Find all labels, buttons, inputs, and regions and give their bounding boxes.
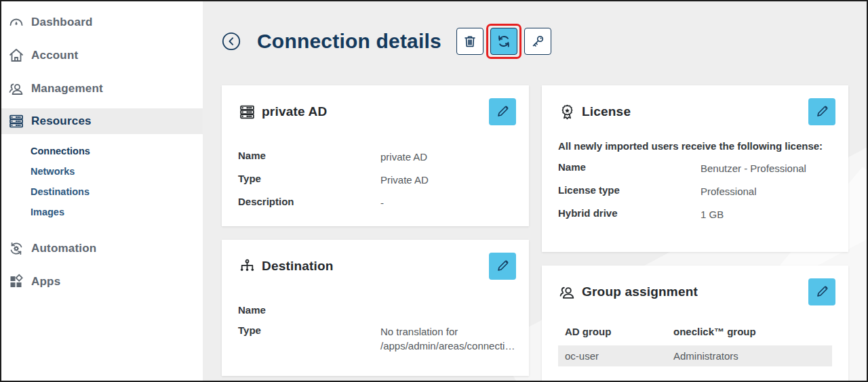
field-row: Type No translation for /apps/admin/area…	[238, 324, 513, 353]
server-icon	[8, 113, 24, 129]
field-value: Benutzer - Professional	[701, 161, 806, 175]
table-row: oc-user Administrators	[558, 345, 832, 366]
left-column: private AD Name	[222, 85, 529, 381]
pencil-icon	[814, 284, 829, 299]
award-icon	[558, 103, 576, 121]
field-label: Type	[238, 173, 380, 187]
sidebar-item-dashboard[interactable]: Dashboard	[1, 5, 203, 39]
connection-card-header: private AD	[238, 98, 513, 125]
group-card-title: Group assignment	[582, 284, 698, 299]
gauge-icon	[8, 14, 24, 30]
sub-item-label: Networks	[31, 166, 75, 177]
sidebar-item-label: Dashboard	[31, 16, 93, 29]
sync-button-wrapper	[490, 28, 517, 55]
table-header-ad-group: AD group	[558, 326, 673, 337]
edit-license-button[interactable]	[808, 98, 835, 125]
group-assignment-card: Group assignment AD gro	[542, 266, 848, 381]
sync-icon	[496, 33, 512, 49]
sidebar-item-label: Resources	[31, 114, 92, 128]
header-actions	[456, 28, 551, 55]
field-row: Name private AD	[238, 150, 513, 164]
sidebar-item-label: Apps	[31, 275, 60, 289]
destination-card-body: Name Type No translation for /apps/admin…	[238, 304, 513, 353]
right-column: License All newly imported users recei	[542, 85, 848, 381]
app-window: Dashboard Account Management	[0, 0, 868, 382]
license-card-header: License	[558, 98, 832, 125]
cards-grid: private AD Name	[222, 85, 848, 381]
field-row: Hybrid drive 1 GB	[558, 207, 832, 221]
pencil-icon	[814, 104, 829, 119]
table-header-oneclick-group: oneclick™ group	[673, 326, 832, 337]
sidebar-item-resources[interactable]: Resources	[1, 108, 203, 134]
field-value: -	[380, 196, 384, 210]
sidebar-subitem-connections[interactable]: Connections	[1, 141, 203, 161]
field-value: Private AD	[380, 173, 429, 187]
license-card: License All newly imported users recei	[542, 85, 848, 252]
main-content: Connection details	[203, 1, 867, 381]
field-value: Professional	[701, 184, 757, 198]
field-row: Description -	[238, 196, 513, 210]
field-row: Type Private AD	[238, 173, 513, 187]
people-icon	[8, 81, 24, 97]
sidebar-item-account[interactable]: Account	[1, 39, 203, 72]
trash-icon	[462, 34, 477, 49]
field-value: private AD	[380, 150, 427, 164]
edit-destination-button[interactable]	[489, 253, 516, 280]
credentials-button[interactable]	[524, 28, 551, 55]
sidebar-subitem-destinations[interactable]: Destinations	[1, 182, 203, 202]
destination-card-header: Destination	[238, 253, 513, 280]
sub-item-label: Connections	[31, 146, 90, 156]
apps-icon	[8, 274, 24, 290]
sitemap-icon	[238, 257, 256, 275]
field-label: Description	[238, 196, 380, 210]
sidebar-item-management[interactable]: Management	[1, 72, 203, 105]
sidebar-item-label: Management	[31, 82, 103, 96]
sidebar-item-label: Automation	[31, 242, 96, 255]
page-title: Connection details	[257, 30, 441, 53]
sidebar-item-label: Account	[31, 49, 78, 62]
sidebar-item-automation[interactable]: Automation	[1, 232, 203, 265]
pencil-icon	[495, 104, 510, 119]
sidebar: Dashboard Account Management	[1, 1, 203, 381]
sidebar-subitem-images[interactable]: Images	[1, 202, 203, 222]
license-card-body: All newly imported users receive the fol…	[558, 140, 832, 221]
sidebar-subitem-networks[interactable]: Networks	[1, 161, 203, 182]
field-label: Name	[238, 304, 380, 316]
field-row: License type Professional	[558, 184, 832, 198]
field-row: Name Benutzer - Professional	[558, 161, 832, 175]
sync-button[interactable]	[490, 28, 517, 55]
people-icon	[558, 283, 576, 301]
back-button[interactable]	[222, 32, 241, 51]
field-row: Name	[238, 304, 513, 316]
field-label: Name	[238, 150, 380, 164]
page-header: Connection details	[222, 25, 848, 58]
resources-sub-menu: Connections Networks Destinations Images	[1, 141, 203, 222]
field-value: 1 GB	[701, 207, 724, 221]
group-assignment-table: AD group oneclick™ group oc-user Adminis…	[558, 326, 832, 366]
table-header-row: AD group oneclick™ group	[558, 326, 832, 345]
connection-card-body: Name private AD Type Private AD Descript…	[238, 150, 513, 210]
pencil-icon	[495, 259, 510, 274]
connection-card-title: private AD	[262, 104, 327, 119]
license-intro-text: All newly imported users receive the fol…	[558, 140, 832, 152]
sync-gear-icon	[8, 240, 24, 257]
field-label: Name	[558, 161, 701, 175]
sub-item-label: Destinations	[31, 186, 90, 197]
license-card-title: License	[582, 104, 631, 119]
sub-item-label: Images	[31, 207, 64, 217]
edit-group-assignment-button[interactable]	[808, 278, 835, 305]
delete-button[interactable]	[456, 28, 484, 55]
field-label: Hybrid drive	[558, 207, 701, 221]
destination-card-title: Destination	[262, 259, 334, 274]
field-label: Type	[238, 324, 380, 353]
edit-connection-button[interactable]	[489, 98, 516, 125]
key-icon	[530, 34, 545, 49]
home-icon	[8, 47, 24, 64]
field-label: License type	[558, 184, 701, 198]
sidebar-item-apps[interactable]: Apps	[1, 265, 203, 298]
server-icon	[238, 103, 256, 121]
field-value: No translation for /apps/admin/areas/con…	[380, 324, 515, 353]
connection-card: private AD Name	[222, 85, 529, 226]
table-cell-oneclick-group: Administrators	[673, 350, 832, 362]
group-card-header: Group assignment	[558, 278, 832, 305]
